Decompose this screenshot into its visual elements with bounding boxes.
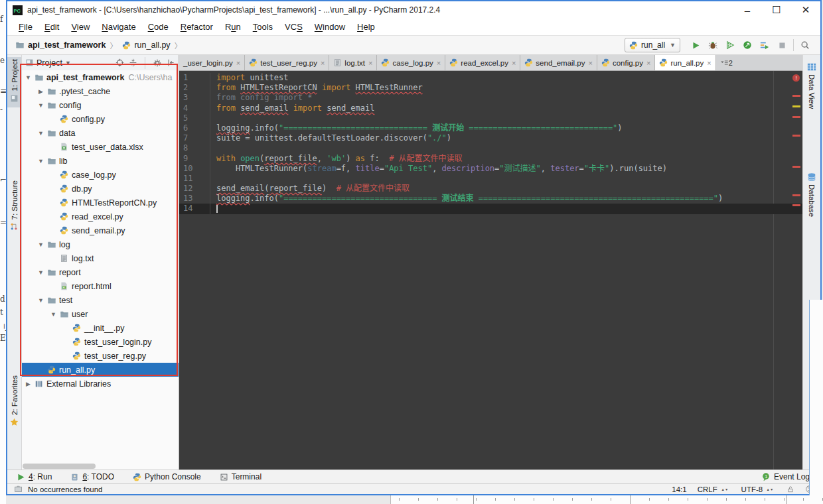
tab-config.py[interactable]: config.py× (597, 55, 655, 70)
code-line-9[interactable]: 9with open(report_file, 'wb') as f: # 从配… (179, 154, 802, 164)
lock-icon[interactable] (786, 485, 794, 493)
tree-item-run_all.py[interactable]: run_all.py (22, 363, 179, 377)
chevron-down-icon[interactable]: ▼ (23, 74, 33, 81)
line-number[interactable]: 8 (179, 143, 210, 153)
tool-button-pythonconsole[interactable]: Python Console (133, 472, 201, 481)
menu-refactor[interactable]: Refactor (175, 22, 219, 32)
tool-button-dataview[interactable]: Data View (803, 58, 820, 111)
tab-_user_login.py[interactable]: _user_login.py× (179, 55, 245, 70)
collapse-icon[interactable] (129, 58, 137, 67)
line-number[interactable]: 5 (179, 113, 210, 123)
code-line-2[interactable]: 2from HTMLTestReportCN import HTMLTestRu… (179, 83, 802, 93)
tool-button-project[interactable]: 1: Project (7, 57, 21, 107)
line-number[interactable]: 14 (179, 204, 210, 214)
tab-read_excel.py[interactable]: read_excel.py× (445, 55, 520, 70)
code-line-11[interactable]: 11 (179, 174, 802, 184)
project-panel-title[interactable]: Project (37, 58, 62, 68)
code-line-8[interactable]: 8 (179, 143, 802, 153)
chevron-right-icon[interactable]: ▶ (36, 88, 46, 95)
chevron-down-icon[interactable]: ▼ (36, 269, 46, 276)
tree-item-api_test_framework[interactable]: ▼api_test_frameworkC:\Users\ha (22, 70, 179, 84)
tool-button-structure[interactable]: 7: Structure (7, 178, 21, 235)
debug-button[interactable] (704, 38, 721, 52)
line-separator[interactable]: CRLF▲▼ (698, 485, 731, 493)
tree-item-test_user_reg.py[interactable]: test_user_reg.py (22, 349, 179, 363)
tree-item-log[interactable]: ▼log (22, 237, 179, 251)
code-editor[interactable]: 1import unittest2from HTMLTestReportCN i… (179, 71, 802, 470)
run-configurations-button[interactable] (756, 38, 773, 52)
code-line-7[interactable]: 7suite = unittest.defaultTestLoader.disc… (179, 133, 802, 143)
code-line-4[interactable]: 4from send_email import send_email (179, 103, 802, 113)
tree-item-read_excel.py[interactable]: read_excel.py (22, 210, 179, 223)
tree-item-test[interactable]: ▼test (22, 293, 179, 307)
tree-item-log.txt[interactable]: log.txt (22, 251, 179, 265)
code-line-3[interactable]: 3from config import * (179, 93, 802, 103)
tree-item-test_user_login.py[interactable]: test_user_login.py (22, 335, 179, 349)
line-number[interactable]: 4 (179, 103, 210, 113)
menu-view[interactable]: View (65, 22, 96, 32)
run-configuration-select[interactable]: run_all ▼ (625, 38, 680, 52)
tree-item-db.py[interactable]: db.py (22, 182, 179, 196)
maximize-button[interactable]: ☐ (762, 2, 791, 18)
close-icon[interactable]: × (236, 59, 240, 67)
code-line-6[interactable]: 6logging.info("=========================… (179, 123, 802, 133)
hidden-tabs-button[interactable]: 2 (716, 55, 736, 70)
menu-navigate[interactable]: Navigate (96, 22, 141, 32)
chevron-down-icon[interactable]: ▼ (36, 241, 46, 248)
menu-help[interactable]: Help (351, 22, 381, 32)
run-with-coverage-button[interactable] (721, 38, 739, 52)
line-number[interactable]: 9 (179, 154, 210, 164)
tree-item-htmltestreportcn.py[interactable]: HTMLTestReportCN.py (22, 196, 179, 210)
line-number[interactable]: 13 (179, 194, 210, 204)
tab-log.txt[interactable]: log.txt× (329, 55, 377, 70)
chevron-down-icon[interactable]: ▼ (36, 158, 46, 164)
chevron-down-icon[interactable]: ▼ (36, 297, 46, 304)
close-icon[interactable]: × (437, 59, 441, 67)
tree-item-user[interactable]: ▼user (22, 307, 179, 321)
error-stripe-mark[interactable] (792, 116, 800, 118)
toolbox-icon[interactable] (14, 485, 23, 493)
code-line-13[interactable]: 13logging.info("========================… (179, 194, 802, 204)
chevron-down-icon[interactable]: ▼ (48, 311, 58, 318)
tab-send_email.py[interactable]: send_email.py× (520, 55, 597, 70)
tool-button-terminal[interactable]: Terminal (220, 472, 262, 481)
search-everywhere-button[interactable] (796, 38, 814, 52)
tree-item-send_email.py[interactable]: send_email.py (22, 223, 179, 237)
code-line-5[interactable]: 5 (179, 113, 802, 123)
tree-item-data[interactable]: ▼data (22, 126, 179, 140)
chevron-down-icon[interactable]: ▼ (36, 130, 46, 137)
code-line-10[interactable]: 10 HTMLTestRunner(stream=f, title="Api T… (179, 164, 802, 174)
tab-run_all.py[interactable]: run_all.py× (655, 55, 715, 70)
hide-icon[interactable] (167, 58, 175, 67)
chevron-down-icon[interactable]: ▼ (36, 102, 46, 109)
line-number[interactable]: 2 (179, 83, 210, 93)
tree-item-.pytest_cache[interactable]: ▶.pytest_cache (22, 84, 179, 98)
tool-button-database[interactable]: Database (803, 168, 820, 219)
code-line-14[interactable]: 14 (179, 204, 802, 214)
chevron-right-icon[interactable]: ▶ (23, 381, 33, 387)
tree-item-report[interactable]: ▼report (22, 265, 179, 279)
tab-case_log.py[interactable]: case_log.py× (377, 55, 445, 70)
tool-button-run[interactable]: 4: Run (17, 472, 52, 481)
tree-item-config[interactable]: ▼config (22, 98, 179, 112)
line-number[interactable]: 11 (179, 174, 210, 184)
menu-run[interactable]: Run (219, 22, 247, 32)
error-stripe-mark[interactable] (792, 194, 800, 196)
tree-item-test_user_data.xlsx[interactable]: test_user_data.xlsx (22, 140, 179, 154)
tab-test_user_reg.py[interactable]: test_user_reg.py× (245, 55, 329, 70)
menu-window[interactable]: Window (309, 22, 351, 32)
tree-item-__init__.py[interactable]: __init__.py (22, 321, 179, 335)
error-indicator-icon[interactable]: ! (792, 74, 800, 82)
close-button[interactable]: ✕ (791, 2, 820, 18)
close-icon[interactable]: × (321, 59, 325, 67)
menu-edit[interactable]: Edit (38, 22, 65, 32)
caret-position[interactable]: 14:1 (672, 485, 686, 493)
code-line-12[interactable]: 12send_email(report_file) # 从配置文件中读取 (179, 184, 802, 194)
tool-button-favorites[interactable]: 2: Favorites (7, 373, 21, 431)
file-encoding[interactable]: UTF-8▲▼ (741, 485, 776, 493)
line-number[interactable]: 12 (179, 184, 210, 194)
close-icon[interactable]: × (512, 59, 516, 67)
line-number[interactable]: 10 (179, 164, 210, 174)
close-icon[interactable]: × (589, 59, 593, 67)
stop-button[interactable] (773, 38, 790, 52)
